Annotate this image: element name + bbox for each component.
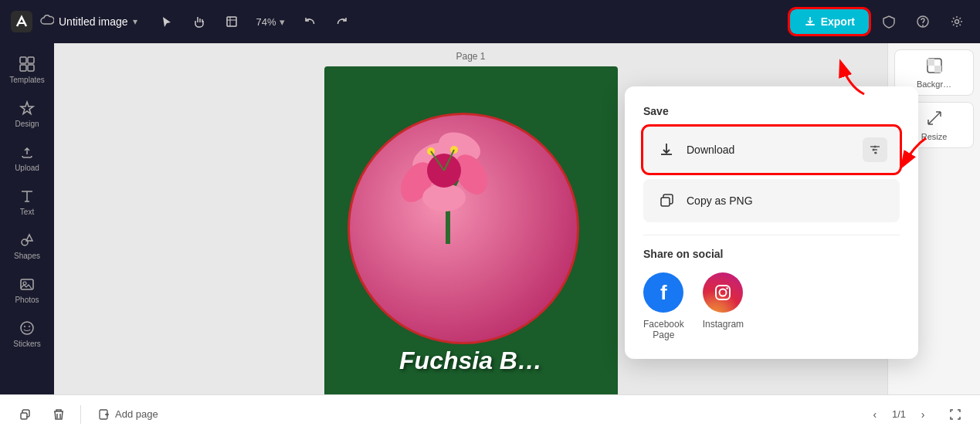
svg-rect-7 xyxy=(28,57,34,63)
svg-rect-2 xyxy=(805,24,815,25)
help-button[interactable] xyxy=(909,8,937,36)
design-icon xyxy=(19,100,36,117)
page-nav: ‹ 1/1 › xyxy=(864,404,934,425)
download-settings-button[interactable] xyxy=(863,137,887,162)
stickers-label: Stickers xyxy=(13,340,41,348)
delete-page-button[interactable] xyxy=(46,402,71,427)
zoom-value: 74% xyxy=(256,16,276,28)
add-page-button[interactable]: Add page xyxy=(90,402,166,427)
social-icons-row: f FacebookPage Instagram xyxy=(643,272,900,340)
save-section-label: Save xyxy=(643,105,900,117)
svg-point-35 xyxy=(727,287,728,289)
flower-svg xyxy=(371,105,525,275)
frame-tool[interactable] xyxy=(218,8,246,36)
copy-as-png-option[interactable]: Copy as PNG xyxy=(643,179,900,222)
title-chevron: ▾ xyxy=(133,16,137,27)
templates-icon xyxy=(19,56,36,73)
svg-point-20 xyxy=(422,184,466,211)
sidebar-item-upload[interactable]: Upload xyxy=(4,137,50,178)
sidebar: Templates Design Upload Text xyxy=(0,43,54,394)
svg-rect-9 xyxy=(28,65,34,71)
document-title: Untitled image xyxy=(59,15,128,28)
svg-point-13 xyxy=(21,322,33,334)
app-logo xyxy=(9,9,34,34)
svg-point-5 xyxy=(955,20,959,24)
instagram-label: Instagram xyxy=(703,319,744,330)
instagram-social-item[interactable]: Instagram xyxy=(703,272,744,340)
svg-point-15 xyxy=(29,326,30,327)
export-button[interactable]: Export xyxy=(790,9,869,34)
text-icon xyxy=(19,188,36,205)
facebook-icon: f xyxy=(643,272,683,313)
design-text: Fuchsia B… xyxy=(324,347,618,375)
copy-png-icon xyxy=(656,190,677,211)
svg-point-34 xyxy=(720,289,727,296)
facebook-social-item[interactable]: f FacebookPage xyxy=(643,272,684,340)
svg-rect-1 xyxy=(227,17,236,26)
upload-icon xyxy=(19,144,36,161)
text-label: Text xyxy=(20,208,34,216)
main-area: Templates Design Upload Text xyxy=(0,43,980,394)
design-label: Design xyxy=(15,120,39,128)
svg-rect-32 xyxy=(661,198,670,206)
next-page-button[interactable]: › xyxy=(912,404,934,425)
cloud-icon xyxy=(40,15,54,29)
svg-rect-27 xyxy=(927,59,934,66)
svg-rect-36 xyxy=(21,413,27,419)
zoom-chevron: ▾ xyxy=(280,16,285,28)
stickers-icon xyxy=(19,320,36,337)
svg-point-12 xyxy=(23,282,26,285)
sidebar-item-shapes[interactable]: Shapes xyxy=(4,225,50,266)
download-option[interactable]: Download xyxy=(643,127,900,173)
copy-png-label: Copy as PNG xyxy=(687,195,887,207)
svg-rect-0 xyxy=(11,11,32,32)
export-dropdown: Save Download xyxy=(625,86,918,359)
resize-icon xyxy=(925,109,944,127)
add-page-label: Add page xyxy=(115,408,158,420)
svg-point-4 xyxy=(922,25,924,26)
page-counter: 1/1 xyxy=(892,408,906,420)
download-icon xyxy=(656,139,677,161)
canvas-design[interactable]: Fuchsia B… xyxy=(324,66,618,394)
topbar-right: Export xyxy=(790,8,971,36)
fit-page-button[interactable] xyxy=(943,402,968,427)
photos-label: Photos xyxy=(15,296,39,304)
settings-button[interactable] xyxy=(943,8,971,36)
background-icon xyxy=(925,56,944,75)
resize-label: Resize xyxy=(921,132,948,141)
templates-label: Templates xyxy=(9,76,45,84)
sidebar-item-templates[interactable]: Templates xyxy=(4,49,50,90)
export-label: Export xyxy=(821,15,855,28)
svg-point-31 xyxy=(875,152,877,154)
redo-button[interactable] xyxy=(328,8,356,36)
prev-page-button[interactable]: ‹ xyxy=(864,404,886,425)
sidebar-item-stickers[interactable]: Stickers xyxy=(4,313,50,354)
sidebar-item-design[interactable]: Design xyxy=(4,93,50,134)
export-divider xyxy=(643,235,900,235)
background-label: Backgr… xyxy=(917,79,951,89)
select-tool[interactable] xyxy=(153,8,181,36)
photos-icon xyxy=(19,276,36,293)
trash-icon xyxy=(52,408,66,421)
instagram-icon xyxy=(703,272,743,313)
title-area[interactable]: Untitled image ▾ xyxy=(40,15,137,29)
page-label: Page 1 xyxy=(456,51,485,62)
sidebar-item-text[interactable]: Text xyxy=(4,181,50,222)
upload-label: Upload xyxy=(15,164,39,172)
svg-rect-8 xyxy=(20,65,26,71)
zoom-control[interactable]: 74% ▾ xyxy=(250,13,291,31)
export-icon xyxy=(804,15,816,28)
svg-rect-28 xyxy=(934,66,941,73)
settings-sliders-icon xyxy=(869,144,881,156)
toolbar: 74% ▾ xyxy=(153,8,356,36)
hand-tool[interactable] xyxy=(185,8,213,36)
duplicate-page-button[interactable] xyxy=(12,402,37,427)
fit-icon xyxy=(948,408,962,421)
undo-button[interactable] xyxy=(296,8,324,36)
bottom-divider xyxy=(80,405,81,424)
sidebar-item-photos[interactable]: Photos xyxy=(4,269,50,310)
shapes-label: Shapes xyxy=(14,252,40,260)
shield-button[interactable] xyxy=(875,8,903,36)
topbar: Untitled image ▾ 74% ▾ xyxy=(0,0,980,43)
duplicate-icon xyxy=(18,408,32,421)
